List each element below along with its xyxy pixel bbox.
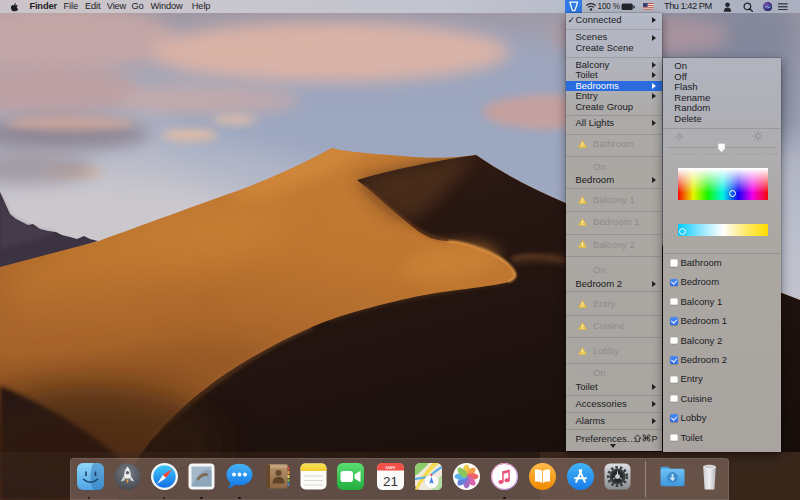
- svg-text:P: P: [651, 434, 657, 444]
- svg-text:21: 21: [383, 474, 398, 489]
- svg-text:MAR: MAR: [386, 465, 396, 470]
